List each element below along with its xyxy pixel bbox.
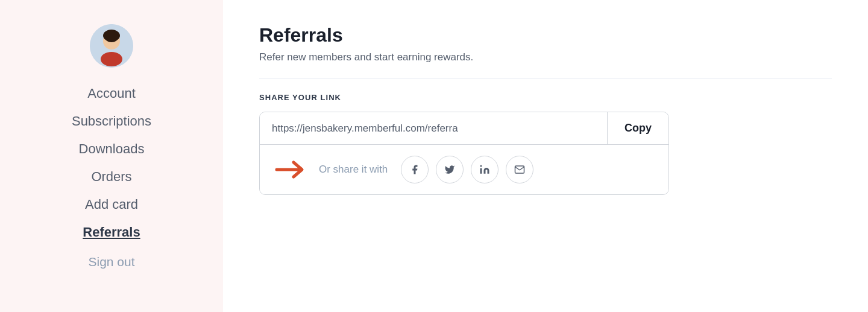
main-content: Referrals Refer new members and start ea… [223,0,868,312]
svg-rect-5 [480,168,482,174]
referral-link-input[interactable] [260,112,607,144]
sidebar-nav: Account Subscriptions Downloads Orders A… [0,80,223,275]
copy-button[interactable]: Copy [607,112,668,144]
or-share-text: Or share it with [319,164,388,176]
page-subtitle: Refer new members and start earning rewa… [259,51,832,63]
social-buttons [401,156,533,183]
share-label: SHARE YOUR LINK [259,93,832,102]
sidebar-item-account[interactable]: Account [0,80,223,107]
sidebar-item-downloads[interactable]: Downloads [0,135,223,163]
sidebar-item-referrals[interactable]: Referrals [0,218,223,246]
email-share-button[interactable] [506,156,533,183]
arrow-icon [274,159,308,180]
avatar [90,24,133,68]
sidebar-item-subscriptions[interactable]: Subscriptions [0,107,223,135]
divider [259,78,832,78]
link-row: Copy [260,112,668,145]
linkedin-share-button[interactable] [471,156,498,183]
page-title: Referrals [259,24,832,46]
share-box: Copy Or share it with [259,112,669,195]
share-row: Or share it with [260,145,668,194]
svg-point-1 [101,52,122,66]
twitter-share-button[interactable] [436,156,464,183]
svg-point-4 [105,33,118,42]
facebook-share-button[interactable] [401,156,429,183]
sidebar-item-orders[interactable]: Orders [0,163,223,191]
sidebar-item-sign-out[interactable]: Sign out [0,249,223,275]
svg-point-6 [480,165,482,167]
sidebar-item-add-card[interactable]: Add card [0,191,223,218]
sidebar: Account Subscriptions Downloads Orders A… [0,0,223,312]
